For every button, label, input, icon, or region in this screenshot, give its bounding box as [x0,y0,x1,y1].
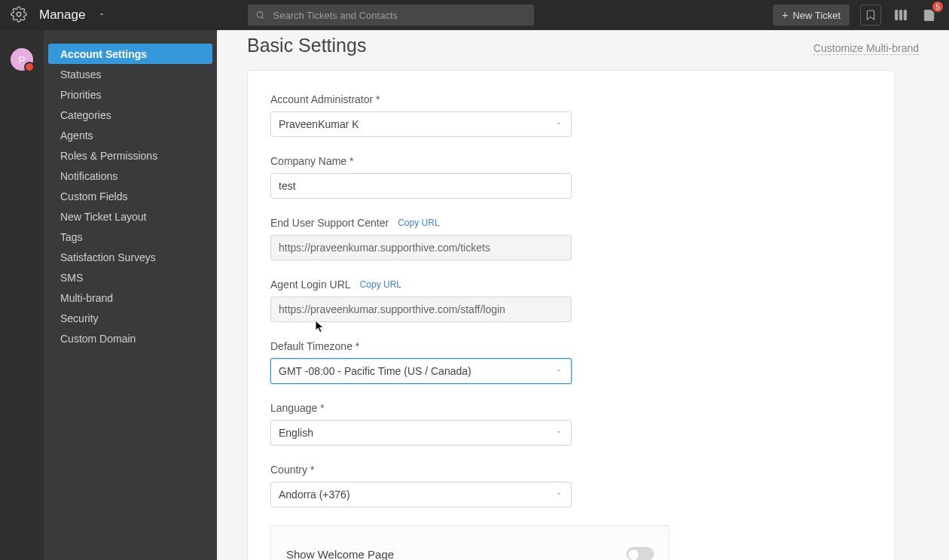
language-value: English [279,427,313,439]
svg-rect-3 [896,10,898,20]
panels-button[interactable] [892,6,910,24]
gear-icon[interactable] [11,6,27,25]
chevron-down-icon [554,118,563,130]
sidebar-item-custom-domain[interactable]: Custom Domain [44,328,217,348]
chevron-down-icon[interactable] [97,9,106,21]
timezone-select[interactable]: GMT -08:00 - Pacific Time (US / Canada) [270,358,572,384]
sidebar-item-priorities[interactable]: Priorities [44,84,217,105]
svg-line-2 [263,17,264,19]
new-ticket-button[interactable]: + New Ticket [773,5,850,26]
language-select[interactable]: English [270,420,572,446]
language-label: Language * [270,402,871,414]
svg-point-0 [17,12,21,17]
support-url-value: https://praveenkumar.supporthive.com/tic… [279,242,490,254]
sidebar-item-multi-brand[interactable]: Multi-brand [44,288,217,308]
global-search[interactable] [248,5,534,26]
chevron-down-icon [554,365,563,377]
support-center-label: End User Support Center [270,217,389,229]
inbox-button[interactable]: 5 [920,6,938,24]
sidebar-item-tags[interactable]: Tags [44,227,217,247]
company-input-wrap[interactable] [270,173,572,199]
plus-icon: + [782,10,788,20]
toggle-panel: Show Welcome Page Display forum guidelin… [270,525,670,560]
svg-rect-4 [899,10,902,20]
sidebar-item-sms[interactable]: SMS [44,267,217,288]
admin-label: Account Administrator * [270,93,871,105]
timezone-label: Default Timezone * [270,340,871,352]
agent-url-field: https://praveenkumar.supporthive.com/sta… [270,297,572,322]
search-input[interactable] [273,10,527,21]
sidebar-item-notifications[interactable]: Notifications [44,166,217,186]
timezone-value: GMT -08:00 - Pacific Time (US / Canada) [279,365,471,377]
manage-dropdown-label[interactable]: Manage [39,8,85,23]
sidebar-item-custom-fields[interactable]: Custom Fields [44,186,217,206]
sidebar-item-categories[interactable]: Categories [44,105,217,125]
sidebar-item-satisfaction-surveys[interactable]: Satisfaction Surveys [44,247,217,267]
page-title: Basic Settings [247,35,366,56]
bookmark-button[interactable] [860,5,881,26]
settings-card: Account Administrator * PraveenKumar K C… [247,70,895,560]
avatar[interactable]: P [11,48,33,71]
admin-value: PraveenKumar K [279,118,359,130]
sidebar-item-security[interactable]: Security [44,308,217,328]
new-ticket-label: New Ticket [792,10,841,21]
company-label: Company Name * [270,155,871,167]
svg-point-1 [258,12,264,18]
company-input[interactable] [279,180,563,192]
svg-rect-5 [904,10,906,20]
copy-support-url[interactable]: Copy URL [398,218,439,228]
chevron-down-icon [554,488,563,501]
welcome-toggle-label: Show Welcome Page [286,548,394,561]
country-value: Andorra (+376) [279,488,350,501]
left-rail: P [0,30,44,560]
sidebar-item-account-settings[interactable]: Account Settings [48,44,212,64]
welcome-toggle[interactable] [627,547,654,560]
agent-url-value: https://praveenkumar.supporthive.com/sta… [279,303,505,315]
admin-select[interactable]: PraveenKumar K [270,111,572,137]
sidebar-item-statuses[interactable]: Statuses [44,64,217,84]
agent-url-label: Agent Login URL [270,278,351,291]
sidebar-item-agents[interactable]: Agents [44,125,217,145]
copy-agent-url[interactable]: Copy URL [360,279,401,290]
support-url-field: https://praveenkumar.supporthive.com/tic… [270,235,572,260]
country-label: Country * [270,464,871,476]
sidebar: Account SettingsStatusesPrioritiesCatego… [44,30,217,560]
country-select[interactable]: Andorra (+376) [270,482,572,507]
sidebar-item-roles-permissions[interactable]: Roles & Permissions [44,145,217,166]
notification-badge: 5 [932,2,943,12]
main-content: Basic Settings Customize Multi-brand Acc… [217,30,949,560]
topbar: Manage + New Ticket 5 [0,0,949,30]
sidebar-item-new-ticket-layout[interactable]: New Ticket Layout [44,206,217,227]
customize-multibrand-link[interactable]: Customize Multi-brand [813,42,919,55]
chevron-down-icon [554,427,563,439]
